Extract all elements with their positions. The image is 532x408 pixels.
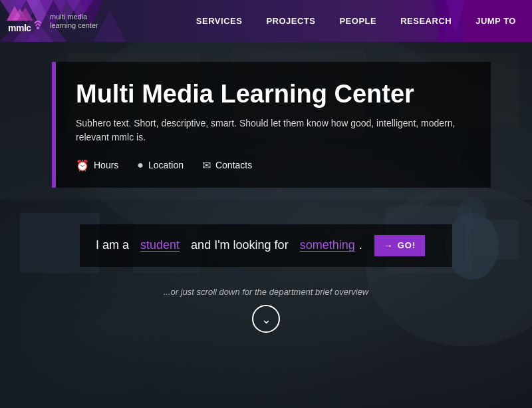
logo-line1: multi media xyxy=(50,13,98,21)
hours-label: Hours xyxy=(94,160,118,170)
page-title: Multi Media Learning Center xyxy=(76,81,471,108)
title-box: Multi Media Learning Center Subhero text… xyxy=(52,62,491,188)
logo-icon: mmlc xyxy=(7,6,43,36)
go-button[interactable]: → GO! xyxy=(374,235,426,256)
nav-research[interactable]: RESEARCH xyxy=(388,0,464,42)
search-suffix: . xyxy=(359,238,362,252)
search-section: I am a student and I'm looking for somet… xyxy=(0,224,532,267)
search-bar: I am a student and I'm looking for somet… xyxy=(80,224,452,267)
go-label: GO! xyxy=(398,240,416,250)
search-link-something[interactable]: something xyxy=(300,238,355,252)
logo[interactable]: mmlc multi media learning center xyxy=(0,6,163,36)
svg-text:mmlc: mmlc xyxy=(8,23,31,33)
search-prefix: I am a xyxy=(96,238,129,252)
chevron-down-icon: ⌄ xyxy=(261,313,271,325)
logo-line2: learning center xyxy=(50,21,98,29)
nav-people[interactable]: PEOPLE xyxy=(327,0,388,42)
navigation: mmlc multi media learning center SERVICE… xyxy=(0,0,532,42)
search-link-student[interactable]: student xyxy=(140,238,180,252)
arrow-icon: → xyxy=(384,240,394,251)
clock-icon: ⏰ xyxy=(76,159,89,172)
logo-text: multi media learning center xyxy=(50,13,98,29)
nav-jump-to[interactable]: JUMP TO xyxy=(464,0,532,42)
hours-link[interactable]: ⏰ Hours xyxy=(76,159,118,172)
svg-point-32 xyxy=(37,27,39,29)
nav-services[interactable]: SERVICES xyxy=(184,0,255,42)
scroll-down-button[interactable]: ⌄ xyxy=(252,305,280,333)
location-label: Location xyxy=(148,160,184,170)
envelope-icon: ✉ xyxy=(202,159,211,172)
nav-projects[interactable]: PROJECTS xyxy=(254,0,327,42)
contacts-label: Contacts xyxy=(215,160,252,170)
search-middle: and I'm looking for xyxy=(191,238,289,252)
contacts-link[interactable]: ✉ Contacts xyxy=(202,159,252,172)
hero-subtitle: Subhero text. Short, descriptive, smart.… xyxy=(76,116,471,144)
nav-links: SERVICES PROJECTS PEOPLE RESEARCH JUMP T… xyxy=(163,0,532,42)
scroll-text: ...or just scroll down for the departmen… xyxy=(164,287,369,297)
location-link[interactable]: ● Location xyxy=(137,159,184,171)
location-icon: ● xyxy=(137,159,144,171)
hero-content: Multi Media Learning Center Subhero text… xyxy=(0,42,532,408)
info-links: ⏰ Hours ● Location ✉ Contacts xyxy=(76,159,471,172)
scroll-hint: ...or just scroll down for the departmen… xyxy=(0,287,532,333)
